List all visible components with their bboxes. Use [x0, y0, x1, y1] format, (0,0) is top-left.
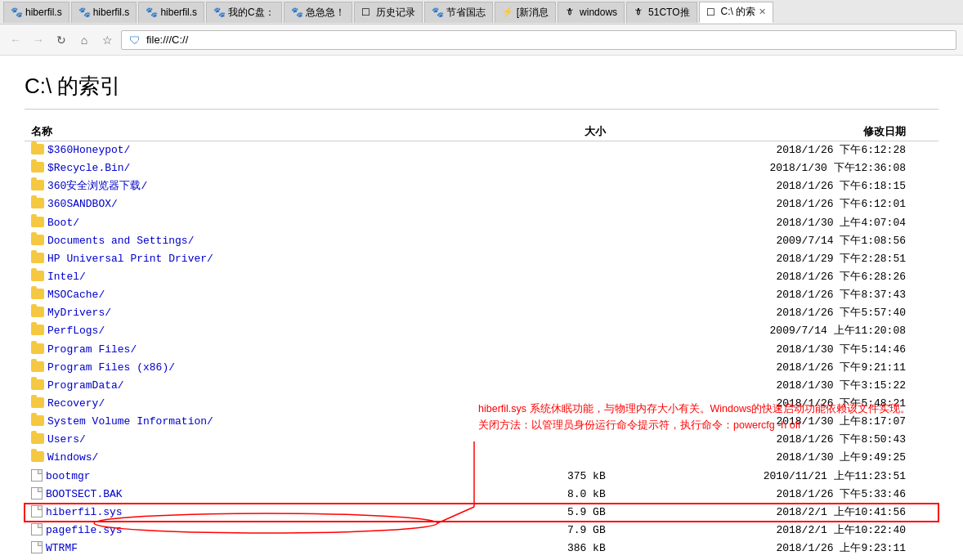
table-row: Boot/2018/1/30 上午4:07:04	[25, 214, 938, 232]
tab-hiberfil-1[interactable]: 🐾 hiberfil.s	[3, 2, 69, 23]
file-size: 7.9 GB	[482, 522, 612, 540]
file-link[interactable]: Documents and Settings/	[47, 235, 194, 247]
tab-c-index[interactable]: ☐ C:\ 的索 ✕	[699, 2, 774, 23]
folder-icon	[31, 253, 44, 263]
file-size	[482, 449, 612, 467]
folder-icon	[31, 198, 44, 208]
table-row: pagefile.sys7.9 GB2018/2/1 上午10:22:40	[25, 522, 938, 540]
tab-favicon-5: 🐾	[291, 7, 302, 18]
folder-icon	[31, 343, 44, 354]
file-date: 2018/2/1 上午10:22:40	[612, 522, 938, 540]
file-date: 2009/7/14 上午11:20:08	[612, 322, 938, 340]
tab-myc[interactable]: 🐾 我的C盘：	[206, 2, 282, 23]
tab-label-6: 历史记录	[376, 6, 415, 20]
table-row: bootmgr375 kB2010/11/21 上午11:23:51	[25, 468, 938, 486]
folder-icon	[31, 451, 44, 462]
file-link[interactable]: MSOCache/	[47, 289, 105, 301]
file-link[interactable]: pagefile.sys	[46, 524, 123, 536]
refresh-button[interactable]: ↻	[52, 31, 70, 49]
tab-51cto[interactable]: 🗡 51CTO推	[626, 2, 696, 23]
file-link[interactable]: System Volume Information/	[47, 415, 213, 428]
file-size	[482, 159, 612, 177]
file-link[interactable]: Recovery/	[47, 397, 105, 410]
file-link[interactable]: Program Files/	[47, 343, 137, 356]
table-row: Intel/2018/1/26 下午6:28:26	[25, 268, 938, 286]
file-icon	[31, 469, 43, 482]
file-link[interactable]: BOOTSECT.BAK	[46, 488, 123, 500]
file-link[interactable]: WTRMF	[46, 542, 78, 554]
file-size: 8.0 kB	[482, 486, 612, 504]
file-link[interactable]: Boot/	[47, 217, 79, 229]
file-date: 2018/1/30 上午9:49:25	[612, 449, 938, 467]
file-link[interactable]: 360安全浏览器下载/	[47, 180, 147, 192]
file-link[interactable]: $Recycle.Bin/	[47, 162, 130, 174]
forward-button[interactable]: →	[29, 31, 47, 49]
file-link[interactable]: hiberfil.sys	[46, 506, 123, 518]
file-table: 名称 大小 修改日期 $360Honeypot/2018/1/26 下午6:12…	[25, 123, 938, 558]
tab-urgent[interactable]: 🐾 急急急！	[284, 2, 352, 23]
folder-icon	[31, 162, 44, 172]
tab-bar: 🐾 hiberfil.s 🐾 hiberfil.s 🐾 hiberfil.s 🐾…	[0, 0, 963, 25]
tab-favicon-10: 🗡	[634, 7, 645, 18]
page-content: C:\ 的索引 名称 大小 修改日期 $360Honeypot/2018/1/2…	[0, 56, 963, 560]
tab-jiesheng[interactable]: 🐾 节省国志	[424, 2, 493, 23]
file-date: 2018/1/30 下午12:36:08	[612, 159, 938, 177]
file-link[interactable]: Users/	[47, 433, 86, 446]
tab-hiberfil-3[interactable]: 🐾 hiberfil.s	[138, 2, 204, 23]
file-link[interactable]: $360Honeypot/	[47, 144, 130, 156]
tab-favicon-11: ☐	[706, 7, 718, 18]
folder-icon	[31, 379, 44, 390]
tab-news[interactable]: ⚡ [新消息	[495, 2, 556, 23]
tab-favicon-6: ☐	[361, 7, 373, 18]
tab-windows[interactable]: 🗡 windows	[558, 2, 625, 23]
home-button[interactable]: ⌂	[75, 31, 93, 49]
file-link[interactable]: Windows/	[47, 451, 98, 464]
file-link[interactable]: HP Universal Print Driver/	[47, 253, 213, 265]
tab-label-5: 急急急！	[306, 6, 345, 20]
file-size: 386 kB	[482, 540, 612, 558]
table-row: WTRMF386 kB2018/1/26 上午9:23:11	[25, 540, 938, 558]
tab-label-9: windows	[580, 7, 617, 18]
tab-label-4: 我的C盘：	[228, 6, 275, 20]
file-date: 2018/1/26 上午9:23:11	[612, 540, 938, 558]
table-row: $360Honeypot/2018/1/26 下午6:12:28	[25, 141, 938, 160]
file-date: 2018/1/29 下午2:28:51	[612, 250, 938, 268]
tab-hiberfil-2[interactable]: 🐾 hiberfil.s	[71, 2, 137, 23]
bookmark-button[interactable]: ☆	[98, 31, 116, 49]
folder-icon	[31, 325, 44, 335]
tab-favicon-8: ⚡	[502, 7, 513, 18]
file-date: 2010/11/21 上午11:23:51	[612, 468, 938, 486]
file-icon	[31, 505, 43, 517]
file-link[interactable]: Intel/	[47, 271, 86, 283]
file-link[interactable]: MyDrivers/	[47, 307, 111, 319]
folder-icon	[31, 289, 44, 299]
tab-label-3: hiberfil.s	[160, 7, 197, 18]
file-size	[482, 341, 612, 359]
file-link[interactable]: ProgramData/	[47, 379, 124, 392]
tab-favicon-3: 🐾	[146, 7, 157, 18]
tab-favicon-4: 🐾	[213, 7, 225, 18]
tab-label-2: hiberfil.s	[93, 7, 130, 18]
back-button[interactable]: ←	[7, 31, 25, 49]
tab-label-11: C:\ 的索	[721, 5, 756, 19]
address-bar[interactable]: 🛡 file:///C://	[121, 30, 956, 50]
file-link[interactable]: PerfLogs/	[47, 325, 105, 337]
file-link[interactable]: 360SANDBOX/	[47, 198, 118, 210]
annotation-text1: hiberfil.sys 系统休眠功能，与物理内存大小有关。Windows的快速…	[478, 403, 911, 414]
tab-label-7: 节省国志	[446, 6, 486, 20]
file-date: 2018/1/26 下午6:18:15	[612, 177, 938, 195]
col-header-date: 修改日期	[612, 123, 938, 141]
table-row: ProgramData/2018/1/30 下午3:15:22	[25, 377, 938, 395]
tab-favicon-1: 🐾	[11, 7, 22, 18]
folder-icon	[31, 180, 44, 190]
file-date: 2018/1/30 下午5:14:46	[612, 341, 938, 359]
folder-icon	[31, 361, 44, 372]
tab-history[interactable]: ☐ 历史记录	[354, 2, 423, 23]
table-row: HP Universal Print Driver/2018/1/29 下午2:…	[25, 250, 938, 268]
folder-icon	[31, 307, 44, 317]
folder-icon	[31, 433, 44, 444]
file-link[interactable]: Program Files (x86)/	[47, 361, 175, 374]
file-date: 2018/2/1 上午10:41:56	[612, 504, 938, 522]
file-link[interactable]: bootmgr	[46, 470, 91, 482]
tab-close-button[interactable]: ✕	[759, 7, 766, 17]
